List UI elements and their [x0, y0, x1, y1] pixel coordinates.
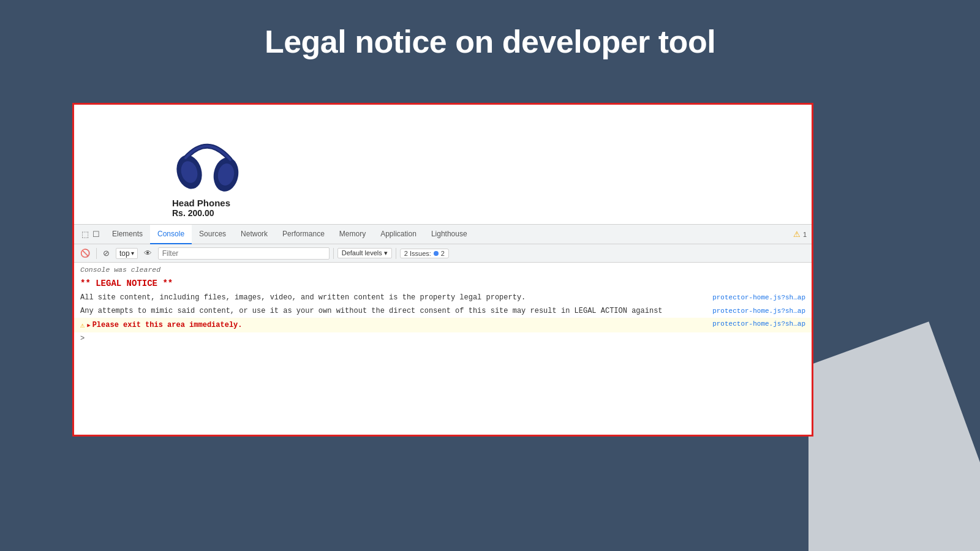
tab-memory[interactable]: Memory: [332, 225, 373, 244]
issues-count: 2: [441, 250, 445, 257]
issues-dot: [434, 251, 439, 256]
devtools-icons: ⬚ ☐: [77, 230, 105, 239]
filter-input[interactable]: [158, 247, 330, 260]
default-levels-label: Default levels ▾: [342, 249, 388, 257]
warning-content: ⚠ Please exit this area immediately.: [80, 320, 243, 330]
tab-sources[interactable]: Sources: [192, 225, 233, 244]
page-title: Legal notice on developer tool: [0, 0, 980, 78]
separator-1: [96, 248, 97, 259]
console-cleared-message: Console was cleared: [74, 263, 812, 275]
tab-performance[interactable]: Performance: [275, 225, 332, 244]
console-line-1: All site content, including files, image…: [80, 292, 526, 303]
console-prompt[interactable]: >: [74, 332, 812, 345]
console-line-2: Any attempts to mimic said content, or u…: [80, 305, 663, 317]
eye-icon[interactable]: 👁: [141, 247, 154, 259]
bg-decoration: [809, 306, 980, 551]
product-image: [172, 130, 246, 192]
context-label: top: [119, 249, 130, 258]
separator-2: [333, 248, 334, 259]
tab-network[interactable]: Network: [233, 225, 275, 244]
warning-triangle-icon: ⚠: [80, 321, 85, 330]
context-dropdown[interactable]: top ▾: [116, 248, 138, 259]
devtools-tab-right: ⚠ 1: [793, 230, 812, 239]
inspector-icon[interactable]: ☐: [92, 230, 100, 239]
website-preview: Head Phones Rs. 200.00: [74, 105, 812, 224]
issues-label: 2 Issues:: [404, 250, 431, 257]
cursor-icon[interactable]: ⬚: [81, 230, 89, 239]
console-line-1-row: All site content, including files, image…: [74, 291, 812, 304]
tab-lighthouse[interactable]: Lighthouse: [424, 225, 475, 244]
clear-console-icon[interactable]: 🚫: [78, 247, 92, 259]
console-toolbar: 🚫 ⊘ top ▾ 👁 Default levels ▾ 2 Issues: 2: [74, 244, 812, 263]
product-name: Head Phones: [172, 198, 230, 208]
console-line-2-row: Any attempts to mimic said content, or u…: [74, 304, 812, 318]
console-content: Console was cleared ** LEGAL NOTICE ** A…: [74, 263, 812, 345]
warning-count: 1: [803, 231, 807, 238]
legal-notice-header: ** LEGAL NOTICE **: [74, 275, 812, 291]
warning-badge-icon: ⚠: [793, 230, 801, 239]
file-ref-2[interactable]: protector-home.js?sh…ap: [707, 307, 805, 315]
devtools-tab-bar: ⬚ ☐ Elements Console Sources Network Per…: [74, 225, 812, 244]
file-ref-1[interactable]: protector-home.js?sh…ap: [707, 294, 805, 301]
warning-message: Please exit this area immediately.: [87, 321, 242, 329]
console-warning-row: ⚠ Please exit this area immediately. pro…: [74, 318, 812, 332]
product-price: Rs. 200.00: [172, 208, 214, 218]
separator-3: [396, 248, 396, 259]
dropdown-arrow: ▾: [131, 250, 134, 257]
devtools-screenshot: Head Phones Rs. 200.00 ⬚ ☐ Elements Cons…: [72, 103, 813, 437]
tab-application[interactable]: Application: [373, 225, 424, 244]
tab-console[interactable]: Console: [150, 225, 192, 244]
default-levels-button[interactable]: Default levels ▾: [337, 248, 392, 258]
file-ref-3[interactable]: protector-home.js?sh…ap: [707, 320, 805, 328]
devtools-panel: ⬚ ☐ Elements Console Sources Network Per…: [74, 224, 812, 345]
no-filter-icon[interactable]: ⊘: [100, 247, 112, 259]
tab-elements[interactable]: Elements: [105, 225, 150, 244]
issues-badge[interactable]: 2 Issues: 2: [400, 249, 449, 258]
